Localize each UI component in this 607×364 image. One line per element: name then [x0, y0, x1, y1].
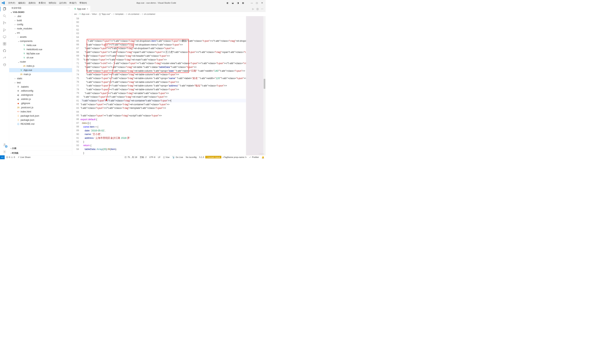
activity-remote-icon[interactable]	[2, 35, 7, 39]
tree-item[interactable]: ›config	[9, 23, 72, 27]
tree-item[interactable]: VMyTable.vue	[9, 52, 72, 56]
tree-item[interactable]: ◐.eslintignore	[9, 93, 72, 97]
activity-accounts-icon[interactable]: 1	[2, 143, 7, 147]
tree-item[interactable]: {}package.json	[9, 118, 72, 122]
window-minimize-icon[interactable]: —	[250, 1, 254, 5]
file-tree[interactable]: ›.dist›build›config›node_modules⌄src›ass…	[9, 14, 72, 146]
menu-view[interactable]: 查看(V)	[37, 1, 47, 4]
status-eol[interactable]: LF	[157, 156, 162, 159]
split-editor-icon[interactable]: ◫	[256, 7, 259, 10]
activity-scm-icon[interactable]	[2, 21, 7, 26]
activity-github-icon[interactable]	[2, 49, 7, 53]
layout-customize-icon[interactable]: ▦	[241, 1, 245, 5]
tree-item[interactable]: ⌄router	[9, 60, 72, 64]
more-actions-icon[interactable]: ⋯	[261, 7, 263, 10]
tree-item[interactable]: ›build	[9, 18, 72, 23]
svg-point-2	[3, 24, 4, 24]
file-icon: B	[17, 86, 20, 88]
activity-settings-icon[interactable]	[2, 149, 7, 154]
sidebar-actions-icon[interactable]: ⋯	[68, 7, 70, 9]
file-icon: ⓘ	[17, 123, 20, 126]
tree-item[interactable]: ›.dist	[9, 14, 72, 18]
activity-search-icon[interactable]	[2, 14, 7, 18]
tree-item[interactable]: ⓘREADME.md	[9, 122, 72, 126]
tree-item[interactable]: ›static	[9, 76, 72, 80]
tab-close-icon[interactable]: ×	[87, 7, 88, 10]
menu-edit[interactable]: 编辑(E)	[17, 1, 27, 4]
code-area[interactable]: "t-attr">class="t-pun"><"t-attr">class="…	[80, 16, 246, 155]
menu-help[interactable]: 帮助(H)	[78, 1, 88, 4]
svg-rect-7	[3, 44, 4, 45]
status-golive[interactable]: 📡 Go Live	[171, 156, 185, 159]
activity-copilot-icon[interactable]	[2, 62, 7, 67]
outline-panel[interactable]: ›大纲	[9, 146, 72, 151]
folder-root[interactable]: ⌄ VUE-DEMO	[9, 10, 72, 14]
tree-item[interactable]: ›node_modules	[9, 26, 72, 31]
window-maximize-icon[interactable]: ▢	[255, 1, 259, 5]
chevron-down-icon: ⌄	[11, 11, 12, 14]
file-icon: JS	[20, 73, 23, 76]
status-notifications-icon[interactable]: 🔔	[260, 156, 265, 159]
scrollbar-vertical[interactable]	[264, 16, 265, 155]
run-icon[interactable]: ▷	[252, 7, 254, 10]
file-icon: ⚙	[17, 90, 20, 92]
activity-explorer-icon[interactable]	[2, 7, 7, 11]
tree-item[interactable]: JS.postcssrc.js	[9, 105, 72, 110]
window-title: App.vue - vue-demo - Visual Studio Code	[88, 1, 224, 4]
tree-item[interactable]: ›test	[9, 80, 72, 85]
tree-item[interactable]: JSindex.js	[9, 64, 72, 68]
tree-item[interactable]: VHello.vue	[9, 43, 72, 47]
tree-item[interactable]: JSmain.js	[9, 72, 72, 76]
tree-item[interactable]: ⌄components	[9, 39, 72, 43]
status-problems[interactable]: ⓧ 0 ⚠ 0	[5, 156, 16, 159]
breadcrumb[interactable]: src› VApp.vue› Vetur› {} "App.vue"› ◇tem…	[72, 12, 265, 16]
menu-selection[interactable]: 选择(S)	[27, 1, 37, 4]
file-icon: {}	[17, 115, 20, 117]
tree-item[interactable]: ›assets	[9, 35, 72, 39]
status-prettier[interactable]: Prettier	[248, 156, 260, 159]
activity-bar: 1	[0, 6, 9, 155]
tree-item[interactable]: VApp.vue	[9, 68, 72, 72]
minimap[interactable]	[246, 16, 264, 155]
activity-debug-icon[interactable]	[2, 27, 7, 32]
status-liveshare[interactable]: ↗ Live Share	[16, 156, 32, 159]
file-icon: JS	[23, 65, 26, 67]
tree-item[interactable]: {}package-lock.json	[9, 114, 72, 118]
tree-item[interactable]: VHelloWorld.vue	[9, 47, 72, 52]
window-close-icon[interactable]: ✕	[260, 1, 264, 5]
layout-sidebar-left-icon[interactable]: ◧	[226, 1, 229, 5]
status-tsconfig[interactable]: No tsconfig	[184, 156, 198, 159]
status-version[interactable]: 5.1.3	[198, 156, 205, 159]
timeline-panel[interactable]: ›时间线	[9, 151, 72, 156]
menu-terminal[interactable]: 终端(T)	[68, 1, 78, 4]
file-icon: V	[23, 44, 26, 47]
accounts-badge: 1	[5, 145, 8, 148]
menu-file[interactable]: 文件(F)	[7, 1, 17, 4]
status-tagname[interactable]: <TagName prop-name />	[221, 156, 248, 159]
remote-indicator-icon[interactable]	[0, 155, 5, 159]
status-known-issue[interactable]: 1 known issue	[205, 156, 221, 158]
activity-liveshare-icon[interactable]	[2, 55, 7, 60]
status-indent[interactable]: 空格: 2	[138, 156, 148, 159]
file-icon: V	[20, 69, 23, 71]
sidebar: 资源管理器 ⋯ ⌄ VUE-DEMO ›.dist›build›config›n…	[9, 6, 72, 155]
status-bar: ⓧ 0 ⚠ 0 ↗ Live Share 行 75，列 18 空格: 2 UTF…	[0, 155, 265, 159]
tree-item[interactable]: <>index.html	[9, 110, 72, 114]
menu-run[interactable]: 运行(R)	[58, 1, 68, 4]
activity-extensions-icon[interactable]	[2, 41, 7, 46]
layout-panel-icon[interactable]: ⬓	[231, 1, 235, 5]
tree-item[interactable]: ◆.gitignore	[9, 101, 72, 105]
status-cursor-pos[interactable]: 行 75，列 18	[123, 156, 138, 159]
tree-item[interactable]: ◐.eslintrc.js	[9, 97, 72, 101]
tree-item[interactable]: ⚙.editorconfig	[9, 89, 72, 93]
tree-item[interactable]: Vsh.vue	[9, 56, 72, 60]
status-language[interactable]: { } Vue	[162, 156, 171, 159]
tree-item[interactable]: ⌄src	[9, 31, 72, 35]
tree-item[interactable]: B.babelrc	[9, 85, 72, 89]
svg-point-1	[3, 22, 4, 22]
status-encoding[interactable]: UTF-8	[148, 156, 157, 159]
layout-sidebar-right-icon[interactable]: ◨	[236, 1, 240, 5]
file-icon: V	[23, 56, 26, 59]
menu-go[interactable]: 转到(G)	[47, 1, 58, 4]
tab-app-vue[interactable]: V App.vue ×	[72, 6, 91, 12]
